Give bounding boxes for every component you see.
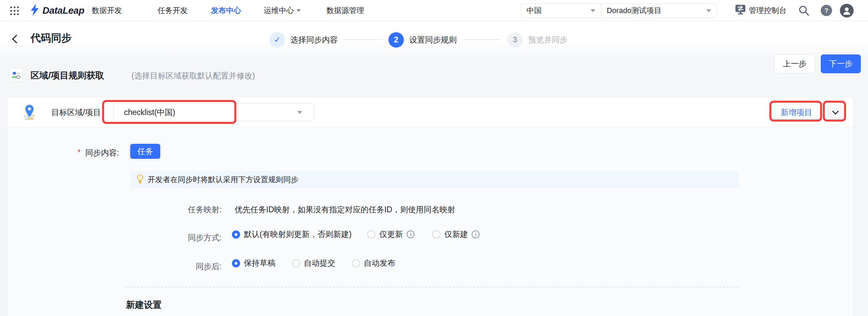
nav-item-task-dev[interactable]: 任务开发 (158, 0, 188, 21)
target-region-select[interactable]: checklist(中国) (113, 103, 314, 121)
region-select[interactable]: 中国 (521, 4, 601, 17)
sync-mode-label: 同步方式: (144, 232, 222, 243)
step-3-preview-sync: 3 预览并同步 (507, 32, 568, 48)
region-project-switcher: 中国 Dorado测试项目 (521, 3, 717, 18)
page-header: 代码同步 ✓ 选择同步内容 2 设置同步规则 3 预览并同步 上一步 下一步 (0, 21, 868, 59)
caret-down-icon (591, 9, 595, 12)
brand-wordmark: DataLeap (42, 5, 84, 16)
target-region-row: 目标区域/项目 checklist(中国) 新增项目 (7, 97, 853, 127)
task-mapping-value: 优先任务ID映射，如果没有指定对应的任务ID，则使用同名映射 (235, 204, 455, 215)
search-icon[interactable] (798, 5, 810, 18)
check-icon: ✓ (270, 32, 285, 48)
dataleap-logo-icon (30, 4, 39, 17)
page: DataLeap 数据开发 任务开发 发布中心 运维中心 数据源管理 中国 Do… (0, 0, 868, 316)
admin-console-link[interactable]: 管理控制台 (735, 0, 786, 21)
tip-banner: 开发者在同步时将默认采用下方设置规则同步 (131, 171, 739, 188)
lightbulb-icon (137, 174, 144, 185)
radio-unselected-icon[interactable] (367, 230, 375, 239)
info-icon[interactable]: i (472, 230, 480, 238)
collapse-panel-button[interactable] (828, 105, 843, 120)
after-sync-radio-group: 保持草稿 自动提交 自动发布 (232, 258, 395, 268)
stepper: ✓ 选择同步内容 2 设置同步规则 3 预览并同步 (270, 21, 568, 59)
nav-item-datasource-mgmt[interactable]: 数据源管理 (326, 0, 364, 21)
tip-text: 开发者在同步时将默认采用下方设置规则同步 (148, 175, 298, 185)
rules-sliders-icon (9, 68, 23, 82)
after-sync-label: 同步后: (144, 261, 222, 272)
app-grid-icon[interactable] (10, 7, 19, 15)
radio-option-auto-publish[interactable]: 自动发布 (352, 258, 395, 268)
brand-logo[interactable]: DataLeap (30, 0, 84, 21)
task-mapping-label: 任务映射: (144, 204, 222, 215)
radio-unselected-icon[interactable] (292, 259, 300, 267)
radio-selected-icon[interactable] (232, 259, 240, 267)
radio-unselected-icon[interactable] (352, 259, 360, 267)
sync-content-selected[interactable]: 任务 (130, 144, 160, 159)
section-subtitle: (选择目标区域获取默认配置并修改) (132, 71, 255, 81)
section-header: 区域/项目规则获取 (选择目标区域获取默认配置并修改) (0, 59, 868, 91)
chevron-down-icon (297, 9, 301, 12)
radio-option-default[interactable]: 默认(有映射则更新，否则新建) (232, 229, 351, 240)
avatar[interactable] (840, 4, 854, 17)
new-settings-title: 新建设置 (126, 299, 162, 311)
project-select[interactable]: Dorado测试项目 (601, 4, 717, 17)
step-connector (344, 39, 382, 40)
step-2-set-rules: 2 设置同步规则 (388, 32, 457, 48)
step-connector (463, 39, 501, 40)
page-title: 代码同步 (30, 31, 72, 45)
step-number: 2 (388, 32, 404, 48)
dashed-divider (124, 287, 739, 287)
radio-option-update-only[interactable]: 仅更新 i (367, 229, 414, 240)
target-region-value: checklist(中国) (124, 107, 175, 118)
radio-unselected-icon[interactable] (432, 230, 441, 239)
rules-panel: 目标区域/项目 checklist(中国) 新增项目 * 同步内容: 任务 (7, 97, 854, 316)
info-icon[interactable]: i (407, 230, 414, 238)
required-mark: * (77, 148, 80, 157)
nav-item-ops-center[interactable]: 运维中心 (264, 0, 301, 21)
location-pin-icon (23, 104, 36, 123)
help-icon[interactable]: ? (821, 5, 832, 16)
sync-content-toggle[interactable]: 任务 (129, 142, 162, 160)
radio-option-keep-draft[interactable]: 保持草稿 (232, 258, 275, 268)
radio-option-create-only[interactable]: 仅新建 i (432, 229, 480, 240)
sync-content-label: 同步内容: (85, 148, 119, 158)
radio-selected-icon[interactable] (232, 230, 240, 239)
caret-down-icon (297, 111, 302, 114)
caret-down-icon (706, 9, 711, 12)
console-icon (735, 4, 746, 17)
back-icon[interactable] (12, 35, 21, 43)
nav-separator (88, 6, 88, 15)
top-nav-bar: DataLeap 数据开发 任务开发 发布中心 运维中心 数据源管理 中国 Do… (0, 0, 868, 21)
nav-item-data-dev[interactable]: 数据开发 (92, 0, 122, 21)
target-region-label: 目标区域/项目 (51, 97, 101, 127)
step-1-select-content: ✓ 选择同步内容 (270, 32, 338, 48)
section-title: 区域/项目规则获取 (30, 69, 104, 81)
sync-mode-radio-group: 默认(有映射则更新，否则新建) 仅更新 i 仅新建 i (232, 229, 480, 240)
rules-form: * 同步内容: 任务 开发者在同步时将默认采用下方设置规则同步 任务映射: 优先… (7, 128, 853, 316)
step-number: 3 (507, 32, 523, 48)
chevron-down-icon (832, 108, 839, 115)
radio-option-auto-submit[interactable]: 自动提交 (292, 258, 335, 268)
nav-item-release-center[interactable]: 发布中心 (211, 0, 241, 21)
add-project-button[interactable]: 新增项目 (775, 105, 818, 120)
